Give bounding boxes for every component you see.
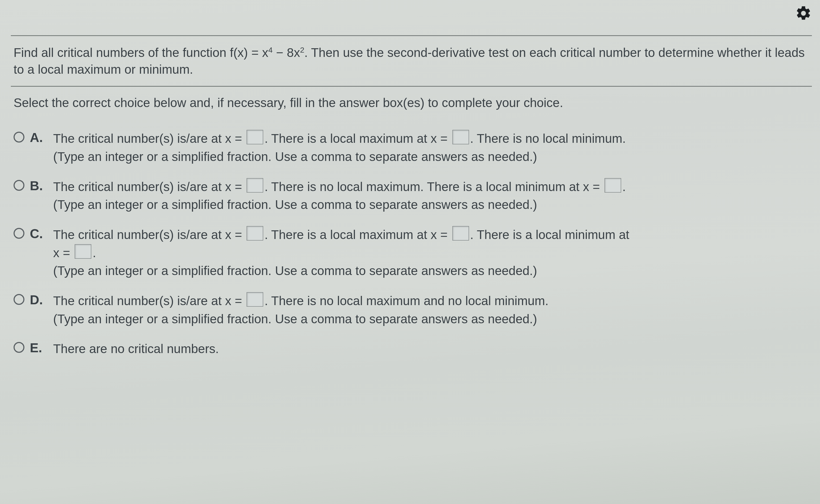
choice-b-blank2[interactable] xyxy=(605,178,621,193)
choice-d-seg1: The critical number(s) is/are at x = xyxy=(53,294,245,308)
choice-a-letter: A. xyxy=(30,130,46,145)
question-exp2: 2 xyxy=(300,46,304,54)
choice-a-hint: (Type an integer or a simplified fractio… xyxy=(53,150,537,164)
choice-e-text: There are no critical numbers. xyxy=(53,340,809,358)
choice-c-blank2[interactable] xyxy=(452,226,469,241)
choice-d-blank1[interactable] xyxy=(246,292,263,307)
choice-e: E. There are no critical numbers. xyxy=(14,340,809,358)
radio-b[interactable] xyxy=(14,180,24,191)
choice-c-seg1: The critical number(s) is/are at x = xyxy=(53,228,245,242)
choice-d-seg2: . There is no local maximum and no local… xyxy=(264,294,548,308)
choice-c-seg5: . xyxy=(92,246,96,260)
choice-b-text: The critical number(s) is/are at x = . T… xyxy=(53,178,809,214)
choice-b-seg2: . There is no local maximum. There is a … xyxy=(264,180,603,194)
answer-choices: A. The critical number(s) is/are at x = … xyxy=(11,119,812,363)
choice-b-seg1: The critical number(s) is/are at x = xyxy=(53,180,245,194)
choice-a-blank2[interactable] xyxy=(452,130,469,144)
choice-b-seg3: . xyxy=(622,180,626,194)
radio-a[interactable] xyxy=(14,132,24,143)
choice-b-letter: B. xyxy=(30,178,46,193)
choice-c: C. The critical number(s) is/are at x = … xyxy=(14,226,809,280)
question-page: Find all critical numbers of the functio… xyxy=(0,0,820,504)
choice-c-blank3[interactable] xyxy=(75,244,91,259)
radio-e[interactable] xyxy=(14,342,24,353)
choice-e-letter: E. xyxy=(30,340,46,355)
choice-a: A. The critical number(s) is/are at x = … xyxy=(14,130,809,166)
gear-icon[interactable] xyxy=(795,5,812,23)
choice-b-blank1[interactable] xyxy=(246,178,263,193)
choice-d-letter: D. xyxy=(30,292,46,307)
choice-a-seg1: The critical number(s) is/are at x = xyxy=(53,131,245,146)
instruction-text: Select the correct choice below and, if … xyxy=(11,87,812,119)
choice-d-text: The critical number(s) is/are at x = . T… xyxy=(53,292,809,328)
choice-c-text: The critical number(s) is/are at x = . T… xyxy=(53,226,809,280)
choice-c-seg2: . There is a local maximum at x = xyxy=(264,228,451,242)
question-text: Find all critical numbers of the functio… xyxy=(11,36,812,86)
choice-c-hint: (Type an integer or a simplified fractio… xyxy=(53,264,537,278)
radio-d[interactable] xyxy=(14,294,24,305)
choice-c-seg3: . There is a local minimum at xyxy=(470,228,629,242)
choice-c-blank1[interactable] xyxy=(246,226,263,241)
choice-d: D. The critical number(s) is/are at x = … xyxy=(14,292,809,328)
choice-b: B. The critical number(s) is/are at x = … xyxy=(14,178,809,214)
question-seg1: Find all critical numbers of the functio… xyxy=(14,46,268,60)
choice-b-hint: (Type an integer or a simplified fractio… xyxy=(53,198,537,212)
choice-d-hint: (Type an integer or a simplified fractio… xyxy=(53,312,537,326)
choice-a-seg3: . There is no local minimum. xyxy=(470,131,626,146)
choice-a-blank1[interactable] xyxy=(246,130,263,144)
question-exp1: 4 xyxy=(268,46,273,54)
choice-a-seg2: . There is a local maximum at x = xyxy=(264,131,451,146)
choice-c-letter: C. xyxy=(30,226,46,241)
choice-c-seg4: x = xyxy=(53,246,73,260)
radio-c[interactable] xyxy=(14,228,24,239)
choice-a-text: The critical number(s) is/are at x = . T… xyxy=(53,130,809,166)
question-seg2: − 8x xyxy=(272,46,300,60)
